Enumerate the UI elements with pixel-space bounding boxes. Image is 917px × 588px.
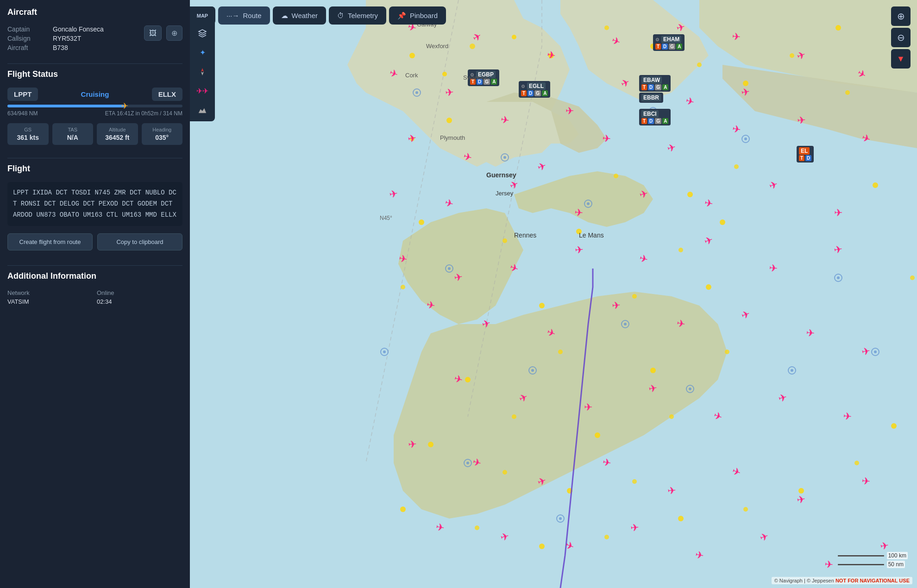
stat-gs-value: 361 kts	[11, 134, 45, 141]
svg-point-30	[512, 414, 516, 419]
ebbr-code: EBBR	[641, 94, 661, 101]
terrain-button[interactable]	[192, 101, 213, 119]
svg-text:N45°: N45°	[380, 215, 392, 221]
svg-point-39	[539, 544, 545, 549]
flight-status-title: Flight Status	[7, 69, 182, 81]
filter-icon: ✈✈	[196, 87, 208, 95]
ebaw-d: D	[648, 84, 654, 90]
aircraft-controls: 🖼 ⊕	[144, 25, 182, 41]
egbp-tdga: T D G A	[470, 79, 497, 85]
network-value: VATSIM	[7, 298, 93, 305]
brightness-button[interactable]: ✦	[192, 44, 213, 62]
svg-point-15	[687, 192, 693, 197]
svg-marker-80	[201, 68, 204, 72]
svg-point-45	[891, 423, 897, 429]
ebaw-tdga: T D G A	[641, 84, 668, 90]
svg-marker-81	[201, 72, 204, 75]
filter-button[interactable]: ✈✈	[192, 82, 213, 100]
eham-d: D	[662, 44, 668, 50]
map-button[interactable]: MAP	[192, 8, 213, 23]
svg-point-11	[835, 25, 841, 31]
scale-nm-label: 50 nm	[887, 561, 905, 568]
stat-gs: GS 361 kts	[7, 123, 49, 145]
svg-point-16	[734, 164, 739, 169]
ebci-a: A	[662, 118, 668, 124]
callsign-value: RYR532T	[53, 35, 104, 42]
airport-card-ebaw[interactable]: EBAW T D G A	[639, 75, 671, 92]
svg-point-13	[446, 118, 452, 123]
telemetry-button[interactable]: ⏱ Telemetry	[329, 6, 386, 25]
map-label: MAP	[197, 13, 208, 19]
progress-info: 634/948 NM ETA 16:41Z in 0h52m / 314 NM	[7, 110, 182, 117]
airport-card-eham[interactable]: ⚙ EHAM T D G A	[653, 34, 685, 51]
scale-bar: 100 km 50 nm	[838, 552, 908, 569]
svg-point-8	[697, 63, 702, 67]
eta-text: ETA 16:41Z in 0h52m / 314 NM	[105, 110, 182, 117]
egll-g: G	[534, 90, 541, 96]
pinboard-button[interactable]: 📌 Pinboard	[389, 6, 446, 25]
flight-status-row: LPPT Cruising ELLX	[7, 88, 182, 101]
egbp-a: A	[491, 79, 497, 85]
scale-nm-line	[838, 564, 884, 565]
svg-point-37	[400, 507, 406, 512]
route-button[interactable]: ···→ Route	[218, 6, 270, 25]
create-flight-button[interactable]: Create flight from route	[7, 233, 93, 250]
svg-point-1	[409, 53, 415, 58]
ebaw-t: T	[641, 84, 647, 90]
compass-icon	[198, 67, 207, 76]
eham-header: ⚙ EHAM	[655, 36, 682, 43]
map-area[interactable]: N45° ✈ ✈ ✈ ✈ ✈ ✈ ✈ ✈ ✈ ✈ ✈ ✈ ✈ ✈ ✈ ✈ ✈ ✈…	[190, 0, 917, 588]
side-toolbar: MAP ✦ ✈✈	[190, 6, 215, 121]
svg-point-76	[383, 350, 386, 353]
telemetry-icon: ⏱	[337, 12, 344, 19]
progress-nm: 634/948 NM	[7, 110, 38, 117]
airport-card-el[interactable]: EL T D	[797, 146, 814, 163]
svg-point-46	[910, 275, 915, 280]
crosshair-button[interactable]: ⊕	[166, 25, 182, 41]
copy-clipboard-button[interactable]: Copy to clipboard	[97, 233, 182, 250]
pinboard-icon: 📌	[397, 12, 406, 20]
compass-rose-button[interactable]: ▼	[891, 49, 911, 69]
eham-code: EHAM	[661, 36, 681, 43]
egbp-d: D	[477, 79, 483, 85]
layers-button[interactable]	[192, 24, 213, 43]
aircraft-value: B738	[53, 44, 104, 51]
airport-card-egbp[interactable]: ⚙ EGBP T D G A	[468, 69, 499, 86]
egbp-g: G	[484, 79, 490, 85]
svg-point-50	[415, 91, 418, 94]
additional-title: Additional Information	[7, 271, 182, 283]
stat-altitude: Altitude 36452 ft	[97, 123, 138, 145]
svg-point-47	[873, 182, 878, 188]
stat-altitude-label: Altitude	[100, 127, 134, 132]
pinboard-label: Pinboard	[410, 12, 438, 19]
compass-button[interactable]	[192, 63, 213, 81]
weather-button[interactable]: ☁ Weather	[273, 6, 326, 25]
airport-card-egll[interactable]: ⚙ EGLL T D G A	[519, 81, 550, 98]
stat-heading-value: 035°	[145, 134, 179, 141]
stat-tas-label: TAS	[56, 127, 90, 132]
route-label: Route	[243, 12, 262, 19]
svg-point-42	[743, 507, 748, 512]
airport-card-ebbr[interactable]: EBBR	[639, 93, 663, 103]
svg-point-66	[689, 388, 691, 390]
stat-heading: Heading 035°	[142, 123, 183, 145]
photo-button[interactable]: 🖼	[144, 25, 162, 41]
svg-point-2	[442, 72, 447, 76]
svg-point-6	[604, 25, 609, 30]
airport-card-ebci[interactable]: EBCI T D G A	[639, 109, 671, 125]
route-icon: ···→	[226, 12, 239, 19]
egbp-gear-icon: ⚙	[470, 72, 474, 77]
zoom-in-button[interactable]: ⊕	[891, 6, 911, 26]
egll-gear-icon: ⚙	[521, 84, 525, 89]
scale-km: 100 km	[838, 552, 908, 559]
ebci-g: G	[655, 118, 661, 124]
stat-gs-label: GS	[11, 127, 45, 132]
aircraft-info: Captain Goncalo Fonseca Callsign RYR532T…	[7, 25, 104, 51]
zoom-out-button[interactable]: ⊖	[891, 28, 911, 47]
svg-point-24	[632, 294, 637, 299]
svg-point-33	[428, 442, 433, 447]
svg-point-44	[854, 461, 859, 465]
stat-tas: TAS N/A	[52, 123, 94, 145]
ebaw-g: G	[655, 84, 661, 90]
attribution: © Navigraph | © Jeppesen NOT FOR NAVIGAT…	[772, 577, 912, 584]
